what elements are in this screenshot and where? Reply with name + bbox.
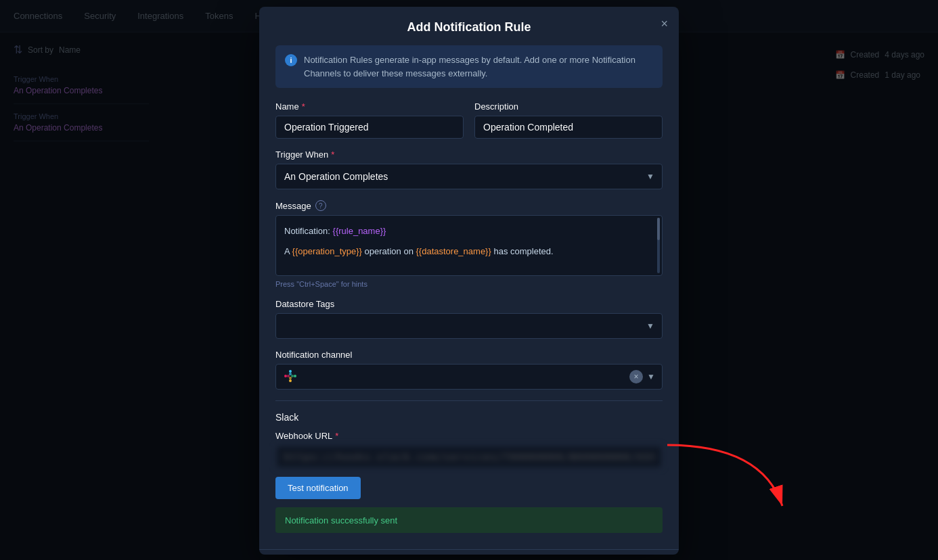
notification-channel-label: Notification channel xyxy=(275,350,663,360)
svg-rect-3 xyxy=(289,379,292,382)
name-label: Name * xyxy=(275,101,464,112)
message-line2: A {{operation_type}} operation on {{data… xyxy=(284,244,654,259)
hint-text: Press "Ctrl+Space" for hints xyxy=(275,280,663,288)
channel-dropdown-arrow: ▼ xyxy=(647,372,655,381)
svg-rect-0 xyxy=(284,375,287,377)
info-text: Notification Rules generate in-app messa… xyxy=(304,53,653,80)
notification-channel-group: Notification channel × xyxy=(275,350,663,390)
required-star: * xyxy=(335,431,338,441)
info-banner: i Notification Rules generate in-app mes… xyxy=(275,45,663,88)
datastore-tags-select[interactable] xyxy=(275,313,663,339)
datastore-tags-group: Datastore Tags ▼ xyxy=(275,299,663,339)
close-button[interactable]: × xyxy=(661,18,668,30)
modal-footer: Cancel Save xyxy=(259,549,679,555)
datastore-tags-label: Datastore Tags xyxy=(275,299,663,309)
svg-rect-7 xyxy=(289,377,292,379)
slack-section-label: Slack xyxy=(275,412,663,423)
name-input[interactable] xyxy=(275,116,464,139)
add-notification-modal: Add Notification Rule × i Notification R… xyxy=(259,7,679,555)
info-icon: i xyxy=(285,54,297,66)
help-icon[interactable]: ? xyxy=(315,200,326,211)
trigger-when-select-wrapper: An Operation Completes ▼ xyxy=(275,164,663,189)
webhook-url-group: Webhook URL * xyxy=(275,431,663,469)
message-line1: Notification: {{rule_name}} xyxy=(284,224,654,239)
description-group: Description xyxy=(474,101,663,139)
webhook-url-input[interactable] xyxy=(275,445,663,469)
message-label: Message ? xyxy=(275,200,663,211)
message-group: Message ? Notification: {{rule_name}} A … xyxy=(275,200,663,288)
message-content: Notification: {{rule_name}} A {{operatio… xyxy=(284,224,654,259)
section-divider xyxy=(275,400,663,401)
svg-rect-2 xyxy=(294,375,296,377)
name-description-row: Name * Description xyxy=(275,101,663,139)
trigger-when-label: Trigger When * xyxy=(275,149,663,160)
datastore-name-tag: {{datastore_name}} xyxy=(416,246,491,256)
svg-rect-1 xyxy=(289,370,292,373)
channel-input-wrapper: × ▼ xyxy=(275,364,663,390)
webhook-url-label: Webhook URL * xyxy=(275,431,663,441)
description-label: Description xyxy=(474,101,663,112)
modal-title: Add Notification Rule xyxy=(275,20,663,45)
trigger-when-select[interactable]: An Operation Completes xyxy=(275,164,663,189)
message-editor[interactable]: Notification: {{rule_name}} A {{operatio… xyxy=(275,215,663,276)
modal-header: Add Notification Rule × xyxy=(259,7,679,45)
success-banner: Notification successfully sent xyxy=(275,507,663,533)
svg-rect-5 xyxy=(289,373,292,375)
name-group: Name * xyxy=(275,101,464,139)
svg-rect-4 xyxy=(287,375,290,377)
scrollbar-thumb xyxy=(657,218,660,240)
description-input[interactable] xyxy=(474,116,663,139)
rule-name-tag: {{rule_name}} xyxy=(333,226,386,236)
clear-channel-button[interactable]: × xyxy=(629,370,643,383)
modal-overlay: Add Notification Rule × i Notification R… xyxy=(0,0,938,560)
operation-type-tag: {{operation_type}} xyxy=(292,246,362,256)
datastore-tags-select-wrapper: ▼ xyxy=(275,313,663,339)
modal-body: i Notification Rules generate in-app mes… xyxy=(259,45,679,549)
message-scrollbar xyxy=(657,218,660,273)
svg-rect-6 xyxy=(291,375,294,377)
slack-icon xyxy=(283,369,299,385)
success-text: Notification successfully sent xyxy=(285,515,397,526)
test-notification-button[interactable]: Test notification xyxy=(275,477,361,499)
required-star: * xyxy=(302,101,305,112)
required-star: * xyxy=(331,149,334,160)
trigger-when-group: Trigger When * An Operation Completes ▼ xyxy=(275,149,663,189)
